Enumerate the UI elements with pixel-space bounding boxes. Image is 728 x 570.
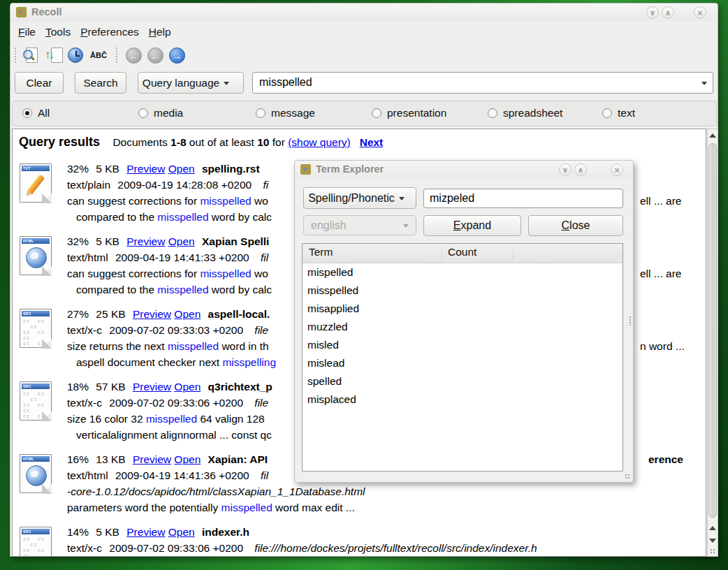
open-link[interactable]: Open: [174, 453, 201, 465]
menu-bar: FileToolsPreferencesHelp: [10, 22, 718, 43]
open-link[interactable]: Open: [168, 526, 195, 538]
dialog-resize-grip-right[interactable]: [629, 316, 632, 326]
term-table-header[interactable]: Term Count: [303, 244, 623, 263]
term-row[interactable]: misapplied: [303, 300, 623, 318]
term-row[interactable]: misplaced: [303, 390, 623, 409]
term-row[interactable]: misspelled: [303, 282, 623, 300]
show-preview-icon[interactable]: [23, 47, 40, 64]
term-input[interactable]: mizpeled: [423, 189, 623, 208]
toolbar: ↑↓ ÅBĈ ← ← →: [10, 43, 718, 68]
radio-icon[interactable]: [602, 108, 612, 118]
filter-media[interactable]: media: [138, 107, 183, 119]
preview-link[interactable]: Preview: [133, 381, 171, 393]
file-size: 25 KB: [96, 308, 125, 320]
expand-button[interactable]: Expand: [423, 215, 521, 236]
file-url: fil: [261, 469, 268, 481]
previous-page-icon[interactable]: ←: [147, 48, 163, 64]
results-scrollbar[interactable]: [707, 129, 718, 557]
open-link[interactable]: Open: [174, 308, 201, 320]
menu-help[interactable]: Help: [147, 24, 179, 41]
term-row[interactable]: spelled: [303, 372, 623, 390]
dialog-shade-button[interactable]: ∨: [559, 163, 572, 176]
history-icon[interactable]: [68, 47, 85, 64]
query-language-dropdown[interactable]: Query language: [138, 72, 244, 94]
file-url: fi: [263, 179, 268, 191]
mime-type: text/plain: [67, 179, 110, 191]
radio-icon[interactable]: [372, 108, 381, 118]
filter-text[interactable]: text: [602, 107, 635, 119]
window-resize-grip[interactable]: [710, 548, 716, 555]
recoll-main-window: Recoll ∨ ∧ × FileToolsPreferencesHelp ↑↓…: [10, 3, 718, 557]
menu-tools[interactable]: Tools: [43, 24, 78, 41]
count-column-header[interactable]: Count: [448, 246, 476, 258]
term-row[interactable]: misled: [303, 336, 623, 354]
term-row[interactable]: muzzled: [303, 318, 623, 336]
term-row[interactable]: mislead: [303, 354, 623, 372]
term-row[interactable]: mispelled: [303, 263, 623, 282]
next-page-icon[interactable]: →: [169, 48, 185, 64]
result-item: SRCcc cc cc cc cc cc cc c14% 5 KB Previe…: [18, 524, 700, 557]
filter-message[interactable]: message: [256, 107, 315, 119]
open-link[interactable]: Open: [168, 163, 195, 175]
file-size: 5 KB: [96, 163, 119, 175]
filter-label: message: [271, 107, 315, 119]
shade-button[interactable]: ∨: [646, 6, 659, 19]
dialog-close-action-button[interactable]: Close: [528, 215, 623, 236]
date: 2009-07-02 09:33:03 +0200: [109, 324, 243, 336]
combo-chevron-down-icon[interactable]: [701, 82, 707, 85]
radio-icon[interactable]: [488, 108, 497, 118]
preview-link[interactable]: Preview: [126, 526, 165, 538]
radio-icon[interactable]: [256, 108, 265, 118]
mime-type: text/html: [67, 251, 108, 263]
first-page-icon[interactable]: ←: [126, 48, 142, 64]
column-separator[interactable]: [512, 247, 514, 259]
relevance: 14%: [67, 526, 89, 538]
dialog-close-button[interactable]: ×: [611, 163, 623, 176]
recoll-app-icon: [300, 164, 311, 175]
term-explorer-titlebar[interactable]: Term Explorer ∨ ∧ ×: [295, 161, 633, 179]
search-button[interactable]: Search: [75, 72, 126, 94]
clear-button[interactable]: Clear: [15, 72, 64, 94]
src-file-icon: SRCcc cc cc cc cc cc cc c: [20, 309, 52, 348]
term-explorer-icon[interactable]: ÅBĈ: [90, 47, 107, 64]
preview-link[interactable]: Preview: [133, 308, 171, 320]
snippet-line: parameters word the potentially misspell…: [67, 499, 700, 516]
sort-parameters-icon[interactable]: ↑↓: [45, 47, 62, 64]
mime-type: text/html: [67, 469, 108, 481]
match-mode-dropdown[interactable]: Spelling/Phonetic: [303, 187, 416, 209]
column-separator[interactable]: [441, 247, 443, 259]
term-cell: misspelled: [307, 282, 358, 300]
recoll-app-icon: [16, 7, 27, 17]
toolbar-drag-handle[interactable]: [14, 47, 17, 64]
filter-spreadsheet[interactable]: spreadsheet: [488, 107, 562, 119]
mime-type: text/x-c: [67, 324, 102, 336]
html-file-icon: HTML: [20, 236, 52, 275]
term-cell: misled: [307, 336, 339, 354]
term-cell: spelled: [307, 372, 342, 390]
search-input[interactable]: misspelled: [252, 72, 713, 94]
main-titlebar[interactable]: Recoll ∨ ∧ ×: [10, 3, 718, 22]
open-link[interactable]: Open: [174, 381, 201, 393]
preview-link[interactable]: Preview: [133, 453, 171, 465]
maximize-button[interactable]: ∧: [662, 6, 674, 19]
filter-all[interactable]: All: [22, 107, 50, 119]
open-link[interactable]: Open: [168, 235, 195, 247]
mime-type: text/x-c: [67, 542, 102, 554]
dialog-maximize-button[interactable]: ∧: [574, 163, 587, 176]
menu-file[interactable]: File: [16, 24, 43, 41]
radio-icon[interactable]: [138, 108, 148, 118]
filter-presentation[interactable]: presentation: [372, 107, 446, 119]
radio-icon[interactable]: [22, 108, 32, 118]
menu-preferences[interactable]: Preferences: [78, 24, 147, 41]
src-file-icon: SRCcc cc cc cc cc cc cc c: [20, 381, 52, 421]
file-size: 5 KB: [96, 235, 119, 247]
result-title: q3richtext_p: [208, 381, 272, 393]
language-dropdown[interactable]: english: [303, 215, 416, 235]
preview-link[interactable]: Preview: [126, 163, 165, 175]
file-size: 57 KB: [96, 381, 125, 393]
term-column-header[interactable]: Term: [309, 246, 333, 258]
close-button[interactable]: ×: [694, 6, 706, 19]
scrollbar-thumb[interactable]: [708, 143, 717, 518]
dialog-resize-grip-corner[interactable]: [625, 474, 631, 480]
preview-link[interactable]: Preview: [126, 235, 165, 247]
